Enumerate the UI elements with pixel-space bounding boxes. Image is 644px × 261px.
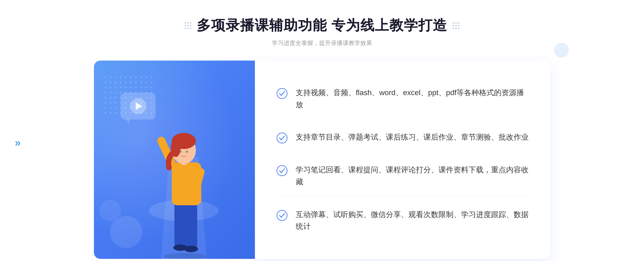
features-panel: 支持视频、音频、flash、word、excel、ppt、pdf等各种格式的资源… [255,61,550,259]
header-section: 多项录播课辅助功能 专为线上教学打造 学习进度全掌握，提升录播课教学效果 [185,16,459,47]
feature-item-4: 互动弹幕、试听购买、微信分享、观看次数限制、学习进度跟踪、数据统计 [276,201,529,241]
deco-chevron-left: » [15,137,21,149]
svg-point-16 [277,88,287,99]
illus-circle-mid [99,200,121,221]
feature-text-4: 互动弹幕、试听购买、微信分享、观看次数限制、学习进度跟踪、数据统计 [296,209,529,233]
check-icon-2 [276,132,288,144]
svg-point-19 [277,210,287,221]
svg-point-14 [186,151,188,153]
feature-item-2: 支持章节目录、弹题考试、课后练习、课后作业、章节测验、批改作业 [276,123,529,152]
header-dots-right [453,22,459,29]
feature-item-1: 支持视频、音频、flash、word、excel、ppt、pdf等各种格式的资源… [276,79,529,119]
header-title-row: 多项录播课辅助功能 专为线上教学打造 [185,16,459,35]
feature-text-1: 支持视频、音频、flash、word、excel、ppt、pdf等各种格式的资源… [296,87,529,111]
svg-point-13 [180,151,182,153]
page-wrapper: » 多项录播课辅助功能 专为线上教学打造 [0,0,644,261]
svg-point-18 [277,166,287,176]
feature-text-3: 学习笔记回看、课程提问、课程评论打分、课件资料下载，重点内容收藏 [296,164,529,188]
check-icon-3 [276,165,288,176]
feature-item-3: 学习笔记回看、课程提问、课程评论打分、课件资料下载，重点内容收藏 [276,156,529,196]
check-icon-4 [276,210,288,221]
person-illustration [137,103,231,259]
svg-point-5 [184,246,198,252]
page-title: 多项录播课辅助功能 专为线上教学打造 [197,16,447,35]
main-content: 支持视频、音频、flash、word、excel、ppt、pdf等各种格式的资源… [94,61,550,259]
deco-small-circle-right [554,43,569,58]
svg-point-17 [277,133,287,143]
feature-text-2: 支持章节目录、弹题考试、课后练习、课后作业、章节测验、批改作业 [296,131,529,143]
svg-rect-2 [174,200,186,248]
svg-rect-3 [185,200,197,249]
check-icon-1 [276,88,288,99]
page-subtitle: 学习进度全掌握，提升录播课教学效果 [185,39,459,47]
illustration-panel [94,61,255,259]
header-dots-left [185,22,191,29]
